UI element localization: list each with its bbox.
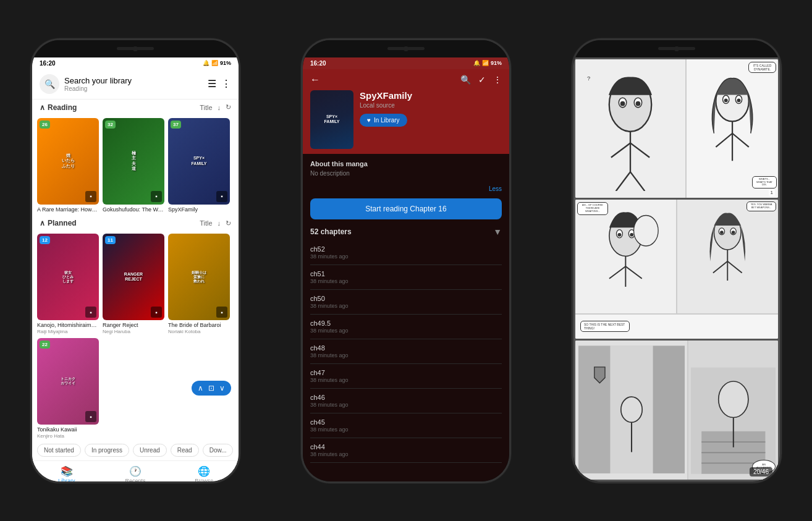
about-section: About this manga No description [303,154,509,183]
chapter-item-50[interactable]: ch50 38 minutes ago [310,290,502,315]
more-detail-icon[interactable]: ⋮ [493,75,502,85]
manga-detail-header: ← 🔍 ✓ ⋮ SPY×FAMILY SpyXFamily Local sour… [303,69,509,154]
reader-screen[interactable]: ? [573,57,780,481]
page-counter: 20/46 [750,467,772,477]
search-icon: 🔍 [40,74,59,94]
svg-line-3 [630,143,649,157]
chapters-filter-icon[interactable]: ▼ [493,227,502,237]
read-icon-3: ▪ [216,191,227,202]
planned-sort-icon[interactable]: ↓ [218,219,221,227]
chip-unread[interactable]: Unread [133,444,167,457]
collapse-reading-icon[interactable]: ∧ [40,103,45,112]
manga-cover-gokushufudou: 極主夫道 32 ▪ [103,118,164,205]
chip-downloaded[interactable]: Dow... [203,444,234,457]
phone-notch-3 [573,40,780,57]
chapter-item-51[interactable]: ch51 38 minutes ago [310,265,502,290]
manga-detail-source: Local source [360,102,502,109]
recents-tab-icon: 🕐 [129,465,142,477]
svg-rect-38 [653,346,685,473]
reader-pages-container: ? [573,57,780,481]
page3-panel-left [575,341,688,480]
chapter-item-495[interactable]: ch49.5 38 minutes ago [310,315,502,339]
library-tab-icon: 📚 [61,465,73,477]
phone-detail: 16:20 🔔 📶 91% ← 🔍 ✓ ⋮ SPY×FAMILY [301,38,511,483]
read-icon-7: ▪ [85,411,96,422]
manga-author-6: Noriaki Kotoba [168,329,230,334]
signal-icon: 🔔 [203,60,209,66]
character-panel-1: ? [581,66,680,191]
svg-point-40 [620,397,641,423]
chapter-item-48[interactable]: ch48 38 minutes ago [310,339,502,364]
chapter-item-45[interactable]: ch45 38 minutes ago [310,413,502,438]
manga-cover-kanojo: 彼女ひとみします 12 ▪ [37,234,99,320]
cover-label-1: 焼いたらふたり [61,151,76,171]
scroll-down-icon[interactable]: ∨ [219,384,225,392]
tab-bar: 📚 Library 🕐 Recents 🌐 Browse [32,460,239,481]
reading-refresh-icon[interactable]: ↻ [226,103,231,111]
chip-read[interactable]: Read [171,444,199,457]
chapter-item-46[interactable]: ch46 38 minutes ago [310,389,502,413]
back-icon[interactable]: ← [310,74,320,85]
page2-top-row: AH... OF COURSE THERE ARE WEAPONS... [575,200,778,314]
manga-item-gokushufudou[interactable]: 極主夫道 32 ▪ Gokushufudou: The Way of the H… [103,118,164,213]
scroll-up-icon[interactable]: ∧ [198,384,203,392]
reading-label: ∧ Reading [40,103,77,112]
manga-item-bride[interactable]: 姫騎士は蛮族に救われ ▪ The Bride of Barbaroi Noria… [168,234,230,334]
manga-page-3: AN ALCHEMIST! [575,341,778,480]
planned-refresh-icon[interactable]: ↻ [226,219,231,227]
manga-item-spyfamily[interactable]: SPY×FAMILY 37 ▪ SpyXFamily [168,118,230,213]
manga-item-tonikaku[interactable]: トニカクカワイイ 22 ▪ Tonikaku Kawaii Kenjiro Ha… [37,338,99,439]
chapter-time-44: 38 minutes ago [310,451,502,457]
spy-cover-text: SPY×FAMILY [321,112,342,127]
manga-item-ranger[interactable]: RANGERREJECT 11 ▪ Ranger Reject Negi Har… [103,234,164,334]
chapter-time-47: 38 minutes ago [310,377,502,383]
bookmark-detail-icon[interactable]: ✓ [478,75,486,85]
reading-section-header: ∧ Reading Title ↓ ↻ [32,100,239,116]
manga-item-rare-marriage[interactable]: 焼いたらふたり 26 ▪ A Rare Marriage: How to Gri… [37,118,99,213]
tab-browse[interactable]: 🌐 Browse [170,464,239,481]
chapter-item-44[interactable]: ch44 38 minutes ago [310,438,502,463]
tab-recents[interactable]: 🕐 Recents [101,464,169,481]
read-icon-5: ▪ [151,307,162,318]
svg-point-27 [634,216,659,247]
chip-in-progress[interactable]: In progress [85,444,129,457]
reading-actions: Title ↓ ↻ [200,103,231,111]
front-camera-2 [404,46,408,51]
search-detail-icon[interactable]: 🔍 [460,75,471,85]
manga-item-kanojo[interactable]: 彼女ひとみします 12 ▪ Kanojo, Hitomishiraimasu R… [37,234,99,334]
chip-not-started[interactable]: Not started [37,444,81,457]
svg-point-7 [620,101,625,106]
chapter-time-48: 38 minutes ago [310,352,502,358]
less-link[interactable]: Less [303,183,509,195]
page2-content: AH... OF COURSE THERE ARE WEAPONS... [575,200,778,339]
panel-1-2: IT'S CALLED DYNAMITE. WHAT'S... WHAT'S T… [687,59,778,198]
svg-line-25 [609,266,625,279]
collapse-planned-icon[interactable]: ∧ [40,219,45,227]
time-1: 16:20 [40,60,56,67]
scroll-bookmark-icon[interactable]: ⊡ [208,384,214,392]
reading-sort-label[interactable]: Title [200,104,212,111]
more-icon[interactable]: ⋮ [221,78,231,90]
planned-grid-row1: 彼女ひとみします 12 ▪ Kanojo, Hitomishiraimasu R… [32,231,239,337]
page3-char-right [691,367,776,474]
manga-cover-large: SPY×FAMILY [310,90,353,149]
reading-sort-icon[interactable]: ↓ [218,104,221,111]
heart-icon: ♥ [367,117,371,124]
svg-line-14 [732,133,749,146]
detail-screen: 16:20 🔔 📶 91% ← 🔍 ✓ ⋮ SPY×FAMILY [303,57,509,481]
chapter-name-48: ch48 [310,344,502,352]
in-library-button[interactable]: ♥ In Library [360,114,407,127]
speech-bubble-2: WHAT'S... WHAT'S THAT DIS. [752,176,777,188]
chapter-time-50: 38 minutes ago [310,303,502,309]
search-input-area[interactable]: 🔍 Search your library Reading [40,74,208,94]
planned-sort-label[interactable]: Title [200,219,212,227]
chapter-item-47[interactable]: ch47 38 minutes ago [310,364,502,389]
filter-icon[interactable]: ☰ [208,78,216,90]
chapter-name-47: ch47 [310,369,502,376]
page2-panel-left: AH... OF COURSE THERE ARE WEAPONS... [575,200,677,313]
svg-point-30 [720,231,724,234]
start-reading-button[interactable]: Start reading Chapter 16 [310,198,502,219]
chapter-item-52[interactable]: ch52 38 minutes ago [310,240,502,265]
cover-label-3: SPY×FAMILY [190,153,208,169]
tab-library[interactable]: 📚 Library [32,464,101,481]
